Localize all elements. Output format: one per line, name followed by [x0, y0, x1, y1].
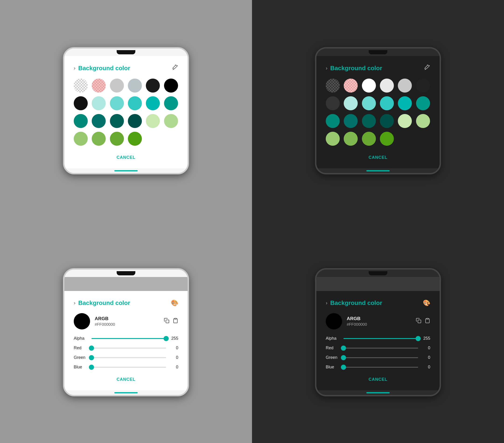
copy-icon-br[interactable]: [416, 318, 421, 325]
chevron-down-icon[interactable]: ›: [74, 65, 75, 71]
slider-blue-value-bl: 0: [170, 365, 178, 370]
slider-blue-track-bl[interactable]: [91, 367, 166, 368]
swatch-bright-green-dark[interactable]: [380, 132, 394, 146]
chevron-down-icon-bl[interactable]: ›: [74, 300, 75, 306]
swatch-light-green2-dark[interactable]: [416, 114, 430, 128]
slider-blue-thumb-bl[interactable]: [89, 365, 94, 370]
swatch-teal-dark[interactable]: [398, 96, 412, 110]
slider-alpha-thumb-bl[interactable]: [163, 336, 169, 341]
eyedropper-icon-dark[interactable]: [424, 64, 430, 72]
swatch-dark-teal2-dark[interactable]: [326, 114, 340, 128]
chevron-down-icon-br[interactable]: ›: [326, 300, 327, 306]
dialog-header-bl: › Background color 🎨: [74, 299, 178, 307]
swatch-dark-teal1-dark[interactable]: [416, 96, 430, 110]
swatch-dark-teal3[interactable]: [92, 114, 106, 128]
quadrant-bottom-right: › Background color 🎨 ARGB #FF000000: [252, 222, 504, 443]
swatch-teal-mid-dark[interactable]: [380, 96, 394, 110]
swatch-bright-green[interactable]: [128, 132, 142, 146]
argb-info-bl: ARGB #FF000000: [95, 316, 159, 327]
swatch-green-dark[interactable]: [362, 132, 376, 146]
swatch-transparent-dark[interactable]: [326, 79, 340, 93]
phone-notch-dark: [369, 50, 387, 54]
cancel-button[interactable]: CANCEL: [74, 152, 178, 163]
slider-alpha-track-bl[interactable]: [91, 338, 166, 339]
slider-green-thumb-br[interactable]: [341, 355, 346, 360]
paste-icon-bl[interactable]: [173, 318, 178, 325]
swatch-dark-teal3-dark[interactable]: [344, 114, 358, 128]
slider-green-thumb-bl[interactable]: [89, 355, 94, 360]
swatch-light-green1[interactable]: [146, 114, 160, 128]
cancel-button-dark[interactable]: CANCEL: [326, 152, 430, 163]
swatch-black2[interactable]: [74, 96, 88, 110]
paste-icon-br[interactable]: [425, 318, 430, 325]
slider-red-track-br[interactable]: [343, 348, 418, 349]
swatch-dark-teal4-dark[interactable]: [362, 114, 376, 128]
swatch-dark-teal1[interactable]: [164, 96, 178, 110]
quadrant-top-left: › Background color: [0, 0, 252, 222]
slider-alpha-track-br[interactable]: [343, 338, 418, 339]
quadrant-bottom-left: › Background color 🎨 ARGB #FF000000: [0, 222, 252, 443]
swatch-light-gray-dark[interactable]: [398, 79, 412, 93]
palette-icon-bl[interactable]: 🎨: [171, 299, 178, 307]
slider-red-thumb-br[interactable]: [341, 345, 346, 351]
palette-icon-br[interactable]: 🎨: [423, 299, 430, 307]
slider-green-track-br[interactable]: [343, 357, 418, 358]
slider-alpha-br: Alpha 255: [326, 336, 430, 341]
swatch-pink-transparent[interactable]: [92, 79, 106, 93]
slider-green-track-bl[interactable]: [91, 357, 166, 358]
swatch-green-mid-dark[interactable]: [344, 132, 358, 146]
slider-green-br: Green 0: [326, 355, 430, 360]
eyedropper-icon[interactable]: [172, 64, 178, 72]
swatch-light-blue-gray[interactable]: [128, 79, 142, 93]
quadrant-top-right: › Background color: [252, 0, 504, 222]
swatch-near-black-dark[interactable]: [416, 79, 430, 93]
swatch-dark-teal4[interactable]: [110, 114, 124, 128]
swatch-teal[interactable]: [146, 96, 160, 110]
slider-blue-thumb-br[interactable]: [341, 365, 346, 370]
slider-blue-label-bl: Blue: [74, 365, 88, 370]
swatch-black[interactable]: [164, 79, 178, 93]
swatch-light-teal2-dark[interactable]: [362, 96, 376, 110]
swatch-dark-gray-dark[interactable]: [326, 96, 340, 110]
swatch-light-teal2[interactable]: [110, 96, 124, 110]
swatch-light-green3[interactable]: [74, 132, 88, 146]
slider-green-label-bl: Green: [74, 355, 88, 360]
swatch-transparent[interactable]: [74, 79, 88, 93]
phone-top-left: › Background color: [63, 47, 189, 174]
swatch-light-gray[interactable]: [110, 79, 124, 93]
swatch-darkest-teal-dark[interactable]: [380, 114, 394, 128]
swatch-light-teal1[interactable]: [92, 96, 106, 110]
slider-red-value-br: 0: [422, 345, 430, 350]
swatch-light-green1-dark[interactable]: [398, 114, 412, 128]
swatch-near-white-dark[interactable]: [380, 79, 394, 93]
slider-red-track-bl[interactable]: [91, 348, 166, 349]
swatch-near-black[interactable]: [146, 79, 160, 93]
slider-blue-track-br[interactable]: [343, 367, 418, 368]
slider-alpha-thumb-br[interactable]: [415, 336, 421, 341]
header-left: › Background color: [74, 65, 130, 72]
swatch-teal-mid[interactable]: [128, 96, 142, 110]
swatch-darkest-teal[interactable]: [128, 114, 142, 128]
dialog-title-dark: Background color: [330, 65, 382, 72]
slider-alpha-fill-br: [343, 338, 418, 339]
swatch-light-green2[interactable]: [164, 114, 178, 128]
swatch-green[interactable]: [110, 132, 124, 146]
color-preview-bl: [74, 313, 90, 329]
swatch-white-dark[interactable]: [362, 79, 376, 93]
swatch-light-green3-dark[interactable]: [326, 132, 340, 146]
argb-row-bl: ARGB #FF000000: [74, 313, 178, 329]
dialog-title-br: Background color: [330, 299, 382, 307]
cancel-button-br[interactable]: CANCEL: [326, 374, 430, 385]
svg-rect-5: [427, 318, 428, 319]
swatch-dark-teal2[interactable]: [74, 114, 88, 128]
cancel-button-bl[interactable]: CANCEL: [74, 374, 178, 385]
slider-red-thumb-bl[interactable]: [89, 345, 94, 351]
swatch-green-mid[interactable]: [92, 132, 106, 146]
home-bar-dark: [366, 170, 390, 171]
argb-value-bl: #FF000000: [95, 322, 159, 327]
swatch-pink-transparent-dark[interactable]: [344, 79, 358, 93]
argb-row-br: ARGB #FF000000: [326, 313, 430, 329]
swatch-light-teal1-dark[interactable]: [344, 96, 358, 110]
chevron-down-icon-dark[interactable]: ›: [326, 65, 327, 71]
copy-icon-bl[interactable]: [164, 318, 169, 325]
